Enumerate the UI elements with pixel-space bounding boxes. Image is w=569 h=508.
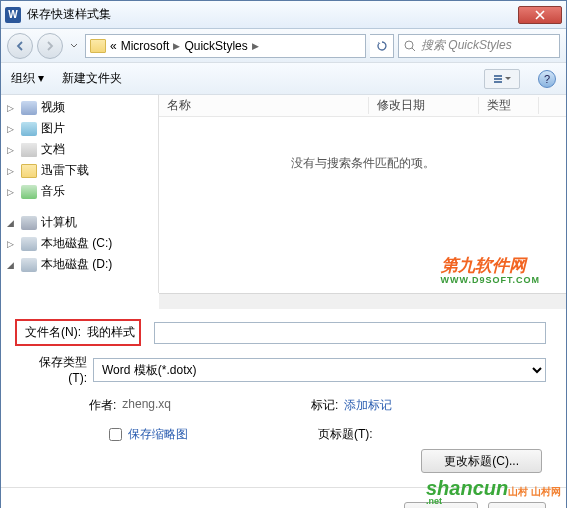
tree-item-music[interactable]: ▷音乐: [1, 181, 158, 202]
list-header: 名称 修改日期 类型: [159, 95, 566, 117]
tree-label: 计算机: [41, 214, 77, 231]
expand-icon[interactable]: ▷: [7, 166, 17, 176]
tree-item-drive-c[interactable]: ▷本地磁盘 (C:): [1, 233, 158, 254]
expand-icon[interactable]: ▷: [7, 239, 17, 249]
empty-message: 没有与搜索条件匹配的项。: [159, 117, 566, 210]
chevron-down-icon: [505, 77, 511, 81]
filename-highlight: 文件名(N): 我的样式: [15, 319, 141, 346]
organize-menu[interactable]: 组织 ▾: [11, 70, 44, 87]
close-button[interactable]: [518, 6, 562, 24]
breadcrumb-item[interactable]: Microsoft: [121, 39, 170, 53]
author-value: zheng.xq: [122, 397, 171, 414]
music-icon: [21, 185, 37, 199]
tags-field[interactable]: 标记: 添加标记: [311, 397, 392, 414]
filetype-select[interactable]: Word 模板(*.dotx): [93, 358, 546, 382]
page-title-label: 页标题(T):: [318, 426, 373, 443]
save-button[interactable]: 保存(S): [404, 502, 478, 508]
thumbnail-label: 保存缩略图: [128, 426, 188, 443]
horizontal-scrollbar[interactable]: [159, 293, 566, 309]
search-placeholder: 搜索 QuickStyles: [421, 37, 512, 54]
folder-icon: [90, 39, 106, 53]
tree-item-xunlei[interactable]: ▷迅雷下载: [1, 160, 158, 181]
svg-rect-2: [494, 78, 502, 80]
filename-row: 文件名(N): 我的样式: [21, 319, 546, 346]
tree-label: 本地磁盘 (C:): [41, 235, 112, 252]
address-bar[interactable]: « Microsoft ▶ QuickStyles ▶: [85, 34, 366, 58]
svg-rect-3: [494, 81, 502, 83]
window-title: 保存快速样式集: [27, 6, 518, 23]
expand-icon[interactable]: ▷: [7, 187, 17, 197]
tree-label: 文档: [41, 141, 65, 158]
folder-tree[interactable]: ▷视频 ▷图片 ▷文档 ▷迅雷下载 ▷音乐 ◢计算机 ▷本地磁盘 (C:) ◢本…: [1, 95, 159, 293]
filename-input[interactable]: [154, 322, 546, 344]
nav-history-dropdown[interactable]: [67, 43, 81, 49]
collapse-icon[interactable]: ◢: [7, 260, 17, 270]
titlebar: W 保存快速样式集: [1, 1, 566, 29]
breadcrumb-sep-icon: ▶: [252, 41, 259, 51]
toolbar: 组织 ▾ 新建文件夹 ?: [1, 63, 566, 95]
refresh-button[interactable]: [370, 34, 394, 58]
thumb-row: 保存缩略图 页标题(T):: [1, 418, 566, 449]
author-field[interactable]: 作者: zheng.xq: [89, 397, 171, 414]
breadcrumb-prefix: «: [110, 39, 117, 53]
save-thumbnail-checkbox[interactable]: 保存缩略图: [109, 426, 188, 443]
nav-bar: « Microsoft ▶ QuickStyles ▶ 搜索 QuickStyl…: [1, 29, 566, 63]
filetype-row: 保存类型(T): Word 模板(*.dotx): [21, 354, 546, 385]
watermark-d9soft: 第九软件网 WWW.D9SOFT.COM: [441, 254, 541, 285]
new-folder-button[interactable]: 新建文件夹: [62, 70, 122, 87]
collapse-icon[interactable]: ◢: [7, 218, 17, 228]
video-icon: [21, 101, 37, 115]
arrow-right-icon: [44, 40, 56, 52]
refresh-icon: [376, 40, 388, 52]
expand-icon[interactable]: ▷: [7, 103, 17, 113]
search-input[interactable]: 搜索 QuickStyles: [398, 34, 560, 58]
search-icon: [403, 39, 417, 53]
content-area: ▷视频 ▷图片 ▷文档 ▷迅雷下载 ▷音乐 ◢计算机 ▷本地磁盘 (C:) ◢本…: [1, 95, 566, 293]
tree-label: 图片: [41, 120, 65, 137]
back-button[interactable]: [7, 33, 33, 59]
forward-button[interactable]: [37, 33, 63, 59]
column-type[interactable]: 类型: [479, 97, 539, 114]
change-title-button[interactable]: 更改标题(C)...: [421, 449, 542, 473]
arrow-left-icon: [14, 40, 26, 52]
pictures-icon: [21, 122, 37, 136]
list-view-icon: [493, 74, 503, 84]
author-label: 作者:: [89, 397, 116, 414]
app-icon: W: [5, 7, 21, 23]
expand-icon[interactable]: ▷: [7, 124, 17, 134]
footer: ▲ 隐藏文件夹 工具(L) ▼ 保存(S) 取消: [1, 488, 566, 508]
breadcrumb-item[interactable]: QuickStyles: [184, 39, 247, 53]
drive-icon: [21, 237, 37, 251]
drive-icon: [21, 258, 37, 272]
help-button[interactable]: ?: [538, 70, 556, 88]
tree-label: 本地磁盘 (D:): [41, 256, 112, 273]
metadata-row: 作者: zheng.xq 标记: 添加标记: [1, 393, 566, 418]
folder-icon: [21, 164, 37, 178]
filename-preview: 我的样式: [87, 324, 135, 341]
svg-point-0: [405, 41, 413, 49]
documents-icon: [21, 143, 37, 157]
form-area: 文件名(N): 我的样式 保存类型(T): Word 模板(*.dotx): [1, 309, 566, 385]
tree-item-drive-d[interactable]: ◢本地磁盘 (D:): [1, 254, 158, 275]
chevron-down-icon: [70, 43, 78, 49]
computer-icon: [21, 216, 37, 230]
tree-label: 音乐: [41, 183, 65, 200]
tree-item-video[interactable]: ▷视频: [1, 97, 158, 118]
view-options-button[interactable]: [484, 69, 520, 89]
column-name[interactable]: 名称: [159, 97, 369, 114]
filetype-label: 保存类型(T):: [21, 354, 87, 385]
breadcrumb-sep-icon: ▶: [173, 41, 180, 51]
file-list[interactable]: 名称 修改日期 类型 没有与搜索条件匹配的项。 第九软件网 WWW.D9SOFT…: [159, 95, 566, 293]
page-title-group: 页标题(T):: [318, 426, 373, 443]
tree-item-pictures[interactable]: ▷图片: [1, 118, 158, 139]
tags-label: 标记:: [311, 397, 338, 414]
tree-item-computer[interactable]: ◢计算机: [1, 212, 158, 233]
tags-value: 添加标记: [344, 397, 392, 414]
tree-label: 视频: [41, 99, 65, 116]
tree-item-documents[interactable]: ▷文档: [1, 139, 158, 160]
cancel-button[interactable]: 取消: [488, 502, 546, 508]
thumbnail-checkbox-input[interactable]: [109, 428, 122, 441]
svg-rect-1: [494, 75, 502, 77]
expand-icon[interactable]: ▷: [7, 145, 17, 155]
column-date[interactable]: 修改日期: [369, 97, 479, 114]
